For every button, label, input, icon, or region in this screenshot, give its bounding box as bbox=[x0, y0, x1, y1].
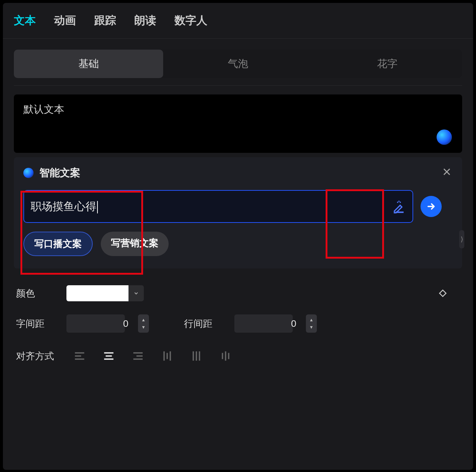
letter-spacing-input[interactable] bbox=[66, 314, 125, 333]
subtab-fancy[interactable]: 花字 bbox=[313, 50, 462, 78]
spacing-row: 字间距 ▲ ▼ 行间距 ▲ ▼ bbox=[14, 308, 462, 339]
align-left-button[interactable] bbox=[66, 346, 93, 366]
align-center-button[interactable] bbox=[96, 346, 122, 366]
color-swatch[interactable] bbox=[66, 285, 128, 301]
chip-marketing-copy[interactable]: 写营销文案 bbox=[101, 232, 169, 256]
stepper-down-icon[interactable]: ▼ bbox=[306, 324, 317, 331]
stepper-up-icon[interactable]: ▲ bbox=[138, 316, 149, 324]
chip-broadcast-copy[interactable]: 写口播文案 bbox=[23, 232, 93, 256]
line-spacing-input[interactable] bbox=[234, 314, 293, 333]
align-button-group bbox=[66, 346, 239, 366]
tab-read[interactable]: 朗读 bbox=[134, 13, 156, 28]
color-row: 颜色 bbox=[14, 279, 462, 308]
ai-assist-orb-icon[interactable] bbox=[437, 129, 452, 145]
tab-text[interactable]: 文本 bbox=[14, 13, 36, 28]
letter-spacing-label: 字间距 bbox=[16, 317, 56, 330]
smart-copy-panel: 智能文案 职场摸鱼心得 ⟩ 写口播文案 写营销文案 bbox=[14, 157, 462, 268]
expand-handle-icon[interactable]: ⟩ bbox=[459, 230, 464, 248]
color-dropdown-button[interactable] bbox=[128, 285, 144, 301]
tab-animation[interactable]: 动画 bbox=[54, 13, 76, 28]
text-placeholder: 默认文本 bbox=[23, 104, 64, 115]
magic-wand-icon[interactable] bbox=[392, 200, 406, 213]
align-label: 对齐方式 bbox=[16, 350, 56, 363]
smart-input-row: 职场摸鱼心得 bbox=[23, 190, 453, 223]
smart-panel-title: 智能文案 bbox=[39, 166, 80, 180]
keyframe-diamond-icon[interactable] bbox=[437, 288, 448, 299]
align-vertical-center-button[interactable] bbox=[183, 346, 210, 366]
stepper-up-icon[interactable]: ▲ bbox=[306, 316, 317, 324]
subtab-basic[interactable]: 基础 bbox=[14, 50, 163, 78]
stepper-down-icon[interactable]: ▼ bbox=[138, 324, 149, 331]
color-label: 颜色 bbox=[16, 287, 56, 300]
align-vertical-left-button[interactable] bbox=[154, 346, 180, 366]
smart-input[interactable]: 职场摸鱼心得 bbox=[31, 199, 388, 214]
main-tab-bar: 文本 动画 跟踪 朗读 数字人 bbox=[3, 3, 473, 39]
content-area: 基础 气泡 花字 默认文本 智能文案 职场摸鱼心得 bbox=[3, 39, 473, 384]
letter-spacing-field[interactable] bbox=[66, 318, 185, 329]
align-row: 对齐方式 bbox=[14, 339, 462, 373]
close-button[interactable] bbox=[441, 166, 453, 178]
line-spacing-label: 行间距 bbox=[184, 317, 224, 330]
line-spacing-field[interactable] bbox=[234, 318, 353, 329]
subtab-bubble[interactable]: 气泡 bbox=[163, 50, 312, 78]
text-properties-panel: 文本 动画 跟踪 朗读 数字人 基础 气泡 花字 默认文本 智能文案 bbox=[3, 3, 473, 470]
ai-orb-icon bbox=[23, 168, 34, 178]
sub-tab-bar: 基础 气泡 花字 bbox=[14, 50, 462, 78]
svg-rect-0 bbox=[439, 290, 446, 297]
align-right-button[interactable] bbox=[125, 346, 151, 366]
letter-spacing-stepper[interactable]: ▲ ▼ bbox=[138, 314, 149, 333]
chip-row: 写口播文案 写营销文案 bbox=[23, 232, 453, 256]
smart-input-container[interactable]: 职场摸鱼心得 bbox=[23, 190, 413, 223]
divider bbox=[14, 85, 462, 86]
text-caret bbox=[97, 201, 98, 213]
align-vertical-right-button[interactable] bbox=[212, 346, 239, 366]
tab-digital-human[interactable]: 数字人 bbox=[174, 13, 207, 28]
submit-button[interactable] bbox=[421, 196, 442, 217]
color-picker[interactable] bbox=[66, 285, 144, 301]
text-content-input[interactable]: 默认文本 bbox=[14, 94, 462, 153]
line-spacing-stepper[interactable]: ▲ ▼ bbox=[306, 314, 317, 333]
tab-tracking[interactable]: 跟踪 bbox=[94, 13, 116, 28]
smart-panel-header: 智能文案 bbox=[23, 166, 453, 180]
